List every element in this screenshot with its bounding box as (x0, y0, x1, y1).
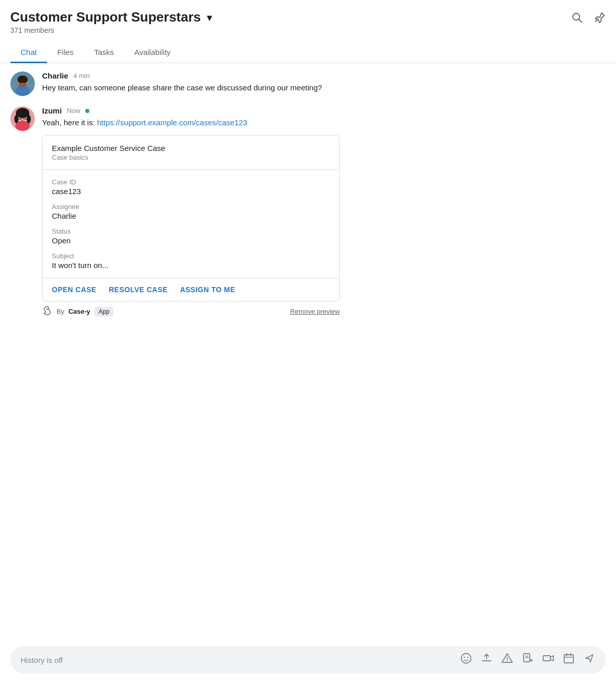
case-id-value: case123 (52, 187, 330, 196)
svg-point-20 (14, 115, 18, 123)
case-field-subject: Subject It won't turn on... (52, 252, 330, 270)
svg-point-6 (15, 86, 30, 96)
online-indicator (85, 109, 89, 113)
assign-to-me-button[interactable]: ASSIGN TO ME (180, 285, 236, 294)
message-charlie: Charlie 4 min Hey team, can someone plea… (10, 71, 606, 96)
subject-value: It won't turn on... (52, 261, 330, 270)
message-text-izumi: Yeah, here it is: https://support.exampl… (42, 117, 340, 129)
assignee-value: Charlie (52, 212, 330, 220)
svg-rect-35 (564, 655, 573, 663)
svg-point-8 (24, 82, 26, 83)
input-placeholder[interactable]: History is off (21, 656, 452, 664)
svg-rect-26 (482, 660, 491, 661)
case-card-body: Case ID case123 Assignee Charlie Status … (43, 170, 339, 278)
case-id-label: Case ID (52, 178, 330, 186)
case-card-header: Example Customer Service Case Case basic… (43, 136, 339, 170)
by-line: By Case-y App Remove preview (42, 306, 340, 318)
calendar-icon[interactable] (563, 652, 575, 668)
group-name: Customer Support Superstars (10, 9, 201, 25)
assignee-label: Assignee (52, 203, 330, 211)
remove-preview-button[interactable]: Remove preview (290, 308, 340, 315)
header-title-row: Customer Support Superstars ▼ (10, 9, 214, 25)
svg-rect-34 (543, 656, 550, 661)
svg-point-25 (467, 657, 468, 658)
tab-tasks[interactable]: Tasks (84, 41, 124, 63)
subject-label: Subject (52, 252, 330, 260)
by-text: By (56, 308, 64, 315)
svg-point-23 (461, 654, 471, 663)
svg-line-1 (579, 20, 582, 23)
header-actions (571, 9, 606, 27)
message-header-izumi: Izumi Now (42, 106, 340, 115)
case-card-subtitle: Case basics (52, 154, 330, 161)
chat-content: Charlie 4 min Hey team, can someone plea… (0, 63, 616, 336)
case-field-assignee: Assignee Charlie (52, 203, 330, 220)
message-body-charlie: Charlie 4 min Hey team, can someone plea… (42, 71, 322, 96)
input-bar: History is off (10, 646, 606, 674)
casey-icon (42, 306, 52, 318)
status-label: Status (52, 227, 330, 235)
svg-point-5 (17, 75, 28, 84)
search-icon[interactable] (571, 11, 583, 27)
send-icon[interactable] (583, 652, 595, 668)
svg-point-21 (27, 115, 31, 123)
dropdown-chevron-icon[interactable]: ▼ (205, 13, 214, 24)
open-case-button[interactable]: OPEN CASE (52, 285, 97, 294)
sender-izumi: Izumi (42, 106, 62, 115)
message-header-charlie: Charlie 4 min (42, 71, 322, 80)
note-add-icon[interactable] (522, 652, 534, 668)
pin-icon[interactable] (593, 11, 606, 27)
case-card-actions: OPEN CASE RESOLVE CASE ASSIGN TO ME (43, 278, 339, 301)
svg-point-22 (47, 308, 48, 310)
message-time-charlie: 4 min (73, 72, 90, 80)
tabs-bar: Chat Files Tasks Availability (0, 41, 616, 63)
status-value: Open (52, 236, 330, 245)
app-name: Case-y (68, 308, 90, 315)
resolve-case-button[interactable]: RESOLVE CASE (109, 285, 168, 294)
svg-point-24 (464, 657, 465, 658)
message-text-prefix: Yeah, here it is: (42, 118, 97, 127)
input-toolbar (460, 652, 595, 668)
header-left: Customer Support Superstars ▼ 371 member… (10, 9, 214, 34)
case-link[interactable]: https://support.example.com/cases/case12… (97, 118, 247, 127)
case-card-title: Example Customer Service Case (52, 144, 330, 153)
case-card: Example Customer Service Case Case basic… (42, 135, 340, 301)
app-badge: App (94, 307, 113, 316)
svg-point-28 (507, 660, 508, 661)
svg-point-7 (20, 82, 22, 83)
header: Customer Support Superstars ▼ 371 member… (0, 0, 616, 34)
message-text-charlie: Hey team, can someone please share the c… (42, 82, 322, 94)
tab-availability[interactable]: Availability (124, 41, 181, 63)
svg-point-9 (18, 83, 27, 87)
upload-icon[interactable] (480, 652, 493, 668)
case-field-status: Status Open (52, 227, 330, 245)
case-field-id: Case ID case123 (52, 178, 330, 196)
video-icon[interactable] (542, 652, 554, 668)
tab-files[interactable]: Files (47, 41, 84, 63)
tab-chat[interactable]: Chat (10, 41, 47, 63)
message-izumi: Izumi Now Yeah, here it is: https://supp… (10, 106, 606, 318)
message-time-izumi: Now (67, 107, 80, 115)
emoji-icon[interactable] (460, 652, 472, 668)
avatar-charlie (10, 71, 35, 96)
message-body-izumi: Izumi Now Yeah, here it is: https://supp… (42, 106, 340, 318)
sender-charlie: Charlie (42, 71, 68, 80)
alert-triangle-icon[interactable] (501, 652, 513, 668)
member-count: 371 members (10, 26, 214, 34)
avatar-izumi (10, 106, 35, 131)
